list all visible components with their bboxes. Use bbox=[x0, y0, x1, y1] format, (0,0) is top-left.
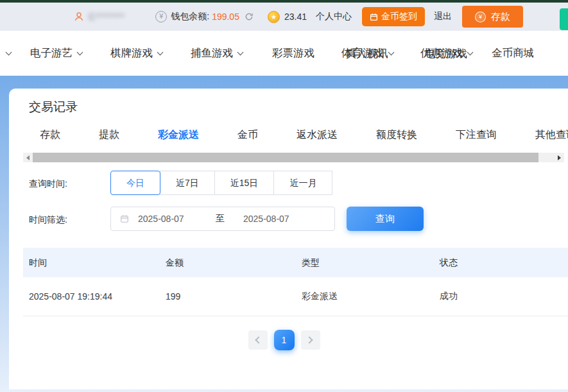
deposit-button[interactable]: ¥ 存款 bbox=[462, 6, 523, 28]
next-page-button[interactable] bbox=[301, 330, 320, 350]
deposit-label: 存款 bbox=[491, 11, 510, 23]
table-header-row: 时间 金额 类型 状态 bbox=[23, 248, 568, 277]
cell-amount: 199 bbox=[160, 291, 296, 302]
page-title: 交易记录 bbox=[29, 99, 78, 115]
nav-item-slots[interactable]: 电子游艺 bbox=[30, 46, 82, 60]
range-7days-button[interactable]: 近7日 bbox=[160, 171, 215, 195]
cutoff-green-button[interactable] bbox=[560, 8, 568, 30]
nav-item-promos-ghost-text: 电竞游戏 bbox=[425, 47, 467, 61]
chevron-down-icon bbox=[77, 49, 83, 55]
cell-type: 彩金派送 bbox=[296, 291, 434, 302]
profile-link[interactable]: 个人中心 bbox=[316, 11, 352, 22]
date-range-picker[interactable]: 2025-08-07 至 2025-08-07 bbox=[110, 207, 335, 231]
logout-link[interactable]: 退出 bbox=[434, 11, 452, 22]
chevron-right-icon bbox=[306, 336, 313, 343]
calendar-icon bbox=[120, 214, 129, 223]
scroll-left-arrow-icon[interactable] bbox=[23, 153, 33, 162]
tab-coins[interactable]: 金币 bbox=[237, 128, 258, 142]
current-page-button[interactable]: 1 bbox=[274, 330, 295, 350]
col-type: 类型 bbox=[296, 257, 434, 269]
tab-bonus-payout[interactable]: 彩金派送 bbox=[158, 128, 199, 142]
main-nav: 电子游艺 棋牌游戏 捕鱼游戏 彩票游戏 体育游戏 真人视讯 优惠游戏 电竞游戏 … bbox=[0, 31, 568, 76]
quick-range-group: 今日 近7日 近15日 近一月 bbox=[110, 171, 332, 195]
nav-item-board-games[interactable]: 棋牌游戏 bbox=[110, 46, 162, 60]
nav-item-lottery[interactable]: 彩票游戏 bbox=[272, 46, 314, 60]
refresh-icon[interactable] bbox=[245, 12, 254, 21]
range-today-button[interactable]: 今日 bbox=[110, 171, 160, 195]
tab-withdraw[interactable]: 提款 bbox=[99, 128, 119, 142]
page-background: 交易记录 存款 提款 彩金派送 金币 返水派送 额度转换 下注查询 其他查询 查… bbox=[0, 76, 568, 392]
prev-page-button[interactable] bbox=[248, 330, 268, 350]
record-type-tabs: 存款 提款 彩金派送 金币 返水派送 额度转换 下注查询 其他查询 bbox=[40, 128, 568, 142]
pagination: 1 bbox=[9, 330, 559, 350]
chevron-down-icon bbox=[237, 49, 244, 55]
chevron-down-icon bbox=[388, 49, 395, 55]
nav-item-coin-mall[interactable]: 金币商城 bbox=[492, 46, 534, 60]
cell-time: 2025-08-07 19:19:44 bbox=[23, 291, 160, 302]
wallet-balance: 199.05 bbox=[212, 12, 239, 22]
tab-rebate[interactable]: 返水派送 bbox=[297, 128, 338, 142]
search-button[interactable]: 查询 bbox=[347, 207, 424, 231]
nav-item-fishing[interactable]: 捕鱼游戏 bbox=[191, 46, 243, 60]
results-table: 时间 金额 类型 状态 2025-08-07 19:19:44 199 彩金派送… bbox=[23, 248, 568, 316]
chevron-down-icon bbox=[157, 49, 164, 55]
date-from-value[interactable]: 2025-08-07 bbox=[138, 214, 207, 224]
table-row: 2025-08-07 19:19:44 199 彩金派送 成功 bbox=[23, 277, 568, 316]
transaction-record-card: 交易记录 存款 提款 彩金派送 金币 返水派送 额度转换 下注查询 其他查询 查… bbox=[9, 89, 568, 389]
query-time-label: 查询时间: bbox=[29, 178, 67, 190]
nav-item-promos[interactable]: 优惠游戏 电竞游戏 bbox=[420, 46, 472, 60]
cell-status: 成功 bbox=[434, 291, 568, 302]
points-balance: 23.41 bbox=[284, 12, 307, 22]
yen-circle-icon: ¥ bbox=[155, 11, 167, 22]
coin-signin-button[interactable]: 金币签到 bbox=[362, 7, 425, 26]
tab-bet-query[interactable]: 下注查询 bbox=[456, 128, 497, 142]
calendar-icon bbox=[370, 13, 378, 21]
date-to-value[interactable]: 2025-08-07 bbox=[243, 214, 289, 224]
signin-label: 金币签到 bbox=[381, 11, 417, 22]
range-15days-button[interactable]: 近15日 bbox=[214, 171, 275, 195]
tab-deposit[interactable]: 存款 bbox=[40, 128, 60, 142]
chevron-down-icon bbox=[6, 49, 12, 55]
username: C******* bbox=[89, 12, 140, 22]
person-icon bbox=[73, 11, 85, 22]
scroll-right-arrow-icon[interactable] bbox=[555, 153, 564, 162]
chevron-down-icon bbox=[467, 49, 474, 55]
nav-item-cutoff[interactable] bbox=[1, 53, 11, 55]
user-topbar: C******* ¥ 钱包余额: 199.05 ★ 23.41 个人中心 金币签… bbox=[0, 3, 568, 31]
horizontal-scrollbar bbox=[23, 153, 564, 162]
col-status: 状态 bbox=[434, 257, 568, 269]
tab-other-query[interactable]: 其他查询 bbox=[535, 128, 568, 142]
user-info[interactable]: C******* bbox=[73, 11, 140, 22]
chevron-left-icon bbox=[255, 336, 262, 343]
nav-item-sports-ghost-text: 真人视讯 bbox=[346, 47, 388, 61]
deposit-coin-icon: ¥ bbox=[475, 12, 486, 22]
gold-coin-icon: ★ bbox=[268, 11, 280, 23]
time-filter-label: 时间筛选: bbox=[29, 214, 67, 226]
date-range-separator: 至 bbox=[207, 213, 233, 225]
wallet-label: 钱包余额: bbox=[171, 11, 209, 22]
scrollbar-thumb[interactable] bbox=[33, 153, 538, 162]
nav-item-sports[interactable]: 体育游戏 真人视讯 bbox=[341, 46, 393, 60]
col-amount: 金额 bbox=[160, 257, 296, 269]
tab-quota-transfer[interactable]: 额度转换 bbox=[376, 128, 417, 142]
range-1month-button[interactable]: 近一月 bbox=[273, 171, 332, 195]
col-time: 时间 bbox=[23, 257, 160, 269]
